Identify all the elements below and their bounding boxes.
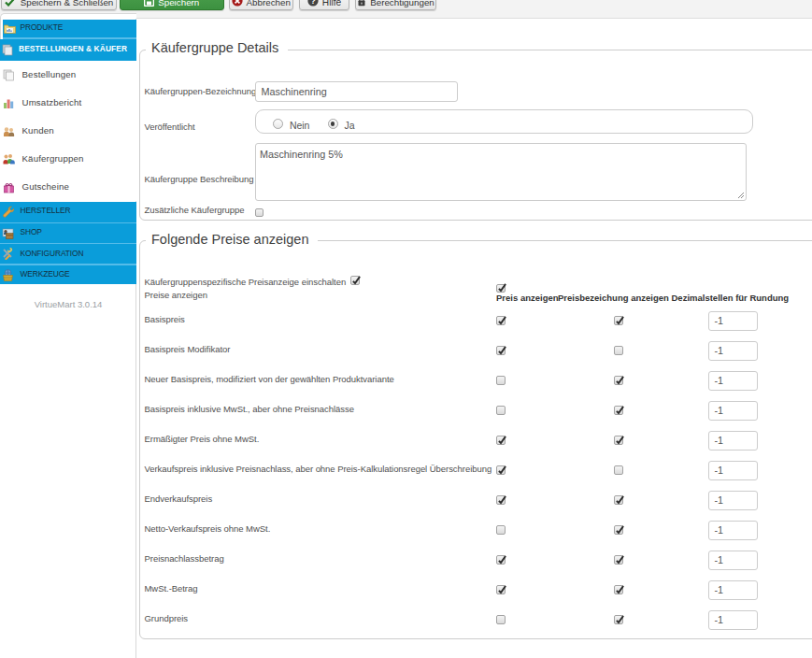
svg-text:?: ? xyxy=(310,0,315,6)
